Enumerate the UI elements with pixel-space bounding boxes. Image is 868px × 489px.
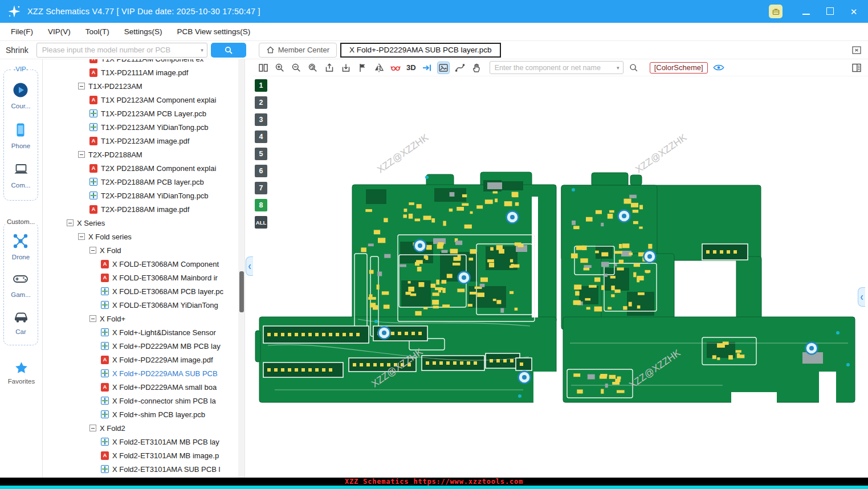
layer-button-3[interactable]: 3 bbox=[255, 113, 267, 126]
chevron-down-icon[interactable]: ▾ bbox=[617, 65, 620, 71]
layer-button-5[interactable]: 5 bbox=[255, 148, 267, 160]
tab-active-pcb[interactable]: X Fold+-PD2229AMA SUB PCB layer.pcb bbox=[340, 43, 501, 58]
tree-item[interactable]: T2X-PD2188AM YiDianTong.pcb bbox=[43, 189, 244, 202]
tree-item-label: T1X-PD2111AM image.pdf bbox=[101, 68, 188, 77]
expander-minus-icon[interactable] bbox=[67, 219, 74, 226]
tree-scrollbar-thumb[interactable] bbox=[239, 271, 244, 312]
expander-minus-icon[interactable] bbox=[78, 233, 85, 240]
flip-horizontal-icon[interactable] bbox=[373, 62, 385, 74]
tree-item[interactable]: AT1X PD2123AM Component explai bbox=[43, 93, 244, 107]
minimize-button[interactable] bbox=[801, 7, 811, 16]
sidebar-item-gam[interactable]: Gam... bbox=[11, 270, 31, 298]
layer-button-2[interactable]: 2 bbox=[255, 96, 267, 109]
menu-item-3[interactable]: Settings(S) bbox=[117, 27, 170, 36]
tree-item[interactable]: T1X-PD2123AM bbox=[43, 79, 244, 93]
tree-item[interactable]: AT2X-PD2188AM image.pdf bbox=[43, 202, 244, 216]
pcb-icon bbox=[89, 178, 97, 186]
tree-item[interactable]: X Fold+-connector shim PCB la bbox=[43, 394, 244, 408]
tree-item[interactable]: X Series bbox=[43, 216, 244, 230]
expander-minus-icon[interactable] bbox=[89, 315, 96, 322]
layer-button-4[interactable]: 4 bbox=[255, 131, 267, 143]
expander-minus-icon[interactable] bbox=[78, 83, 85, 89]
menu-item-4[interactable]: PCB View settings(S) bbox=[170, 27, 258, 36]
pdf-icon: A bbox=[89, 164, 97, 173]
tree-item[interactable]: X Fold2-ET3101AM MB PCB lay bbox=[43, 435, 244, 449]
panel-layout-icon[interactable] bbox=[851, 62, 862, 74]
tree-item[interactable]: X Fold bbox=[43, 243, 244, 257]
sidebar-item-drone[interactable]: Drone bbox=[12, 233, 30, 260]
tree-item[interactable]: AX Fold+-PD2229AM image.pdf bbox=[43, 353, 244, 366]
tree-item[interactable]: X Fold2 bbox=[43, 421, 244, 435]
maximize-button[interactable] bbox=[825, 7, 835, 16]
image-mode-icon[interactable] bbox=[438, 62, 449, 74]
vip-safe-icon[interactable] bbox=[769, 5, 783, 18]
zoom-in-icon[interactable] bbox=[274, 62, 286, 74]
tree-item[interactable]: T2X-PD2188AM bbox=[43, 148, 244, 161]
export-icon[interactable] bbox=[324, 62, 335, 74]
file-tree[interactable]: AT1X PD2111AM Component exAT1X-PD2111AM … bbox=[43, 59, 245, 478]
component-search-icon[interactable] bbox=[629, 63, 639, 73]
tree-item[interactable]: AX FOLD-ET3068AM Component bbox=[43, 257, 244, 271]
zoom-out-icon[interactable] bbox=[291, 62, 302, 74]
tree-item-label: X FOLD-ET3068AM Component bbox=[112, 260, 219, 268]
sidebar-item-favorites[interactable]: Favorites bbox=[0, 360, 43, 385]
tree-item[interactable]: X FOLD-ET3068AM PCB layer.pc bbox=[43, 284, 244, 298]
close-tab-icon[interactable] bbox=[851, 44, 862, 56]
tree-item[interactable]: AT1X-PD2123AM image.pdf bbox=[43, 134, 244, 148]
tree-item[interactable]: AX Fold2-ET3101AM MB image.p bbox=[43, 449, 244, 462]
close-button[interactable]: ✕ bbox=[849, 7, 859, 16]
tree-item[interactable]: X Fold+-Light&Distance Sensor bbox=[43, 325, 244, 339]
expander-minus-icon[interactable] bbox=[78, 151, 85, 158]
import-icon[interactable] bbox=[340, 62, 352, 74]
curve-icon[interactable] bbox=[454, 62, 466, 74]
flag-icon[interactable] bbox=[357, 62, 368, 74]
tree-item[interactable]: AX Fold+-PD2229AMA small boa bbox=[43, 380, 244, 394]
tree-item[interactable]: X Fold+-PD2229AMA SUB PCB bbox=[43, 366, 244, 380]
zoom-fit-icon[interactable] bbox=[307, 62, 319, 74]
tree-item[interactable]: T1X-PD2123AM YiDianTong.pcb bbox=[43, 120, 244, 134]
mode-3d-button[interactable]: 3D bbox=[406, 63, 416, 72]
search-button[interactable] bbox=[211, 43, 246, 58]
tree-item[interactable]: AT1X PD2111AM Component ex bbox=[43, 59, 244, 66]
pcb-canvas[interactable]: XZZ@XZZHKXZZ@XZZHKXZZ@XZZHKXZZ@XZZHK bbox=[253, 76, 868, 478]
sidebar-item-cour[interactable]: Cour... bbox=[11, 82, 31, 109]
tree-item[interactable]: AT1X-PD2111AM image.pdf bbox=[43, 66, 244, 79]
tree-item[interactable]: X Fold series bbox=[43, 230, 244, 243]
tree-scrollbar[interactable] bbox=[238, 59, 244, 478]
layer-button-1[interactable]: 1 bbox=[255, 79, 267, 92]
tree-item[interactable]: T2X-PD2188AM PCB layer.pcb bbox=[43, 175, 244, 189]
sidebar-item-com[interactable]: Com... bbox=[11, 161, 31, 189]
split-view-icon[interactable] bbox=[258, 62, 269, 74]
menu-item-0[interactable]: File(F) bbox=[3, 27, 40, 36]
expand-right-panel-handle[interactable]: ❮ bbox=[858, 287, 865, 307]
chevron-down-icon[interactable]: ▾ bbox=[201, 47, 203, 53]
component-search-input[interactable] bbox=[490, 61, 624, 74]
tree-item[interactable]: X Fold2-ET3101AMA SUB PCB l bbox=[43, 462, 244, 476]
layer-button-all[interactable]: ALL bbox=[255, 216, 267, 229]
sidebar-item-phone[interactable]: Phone bbox=[11, 121, 30, 149]
sidebar-item-car[interactable]: Car bbox=[13, 307, 30, 335]
tree-item[interactable]: X Fold+-PD2229AM MB PCB lay bbox=[43, 339, 244, 353]
expander-minus-icon[interactable] bbox=[89, 425, 96, 431]
pan-hand-icon[interactable] bbox=[471, 62, 482, 74]
arrow-next-icon[interactable] bbox=[421, 62, 433, 74]
expander-minus-icon[interactable] bbox=[89, 247, 96, 254]
colorscheme-button[interactable]: [ColorScheme] bbox=[650, 62, 708, 74]
model-search-input[interactable] bbox=[36, 43, 207, 58]
layer-button-6[interactable]: 6 bbox=[255, 165, 267, 177]
shrink-button[interactable]: Shrink bbox=[6, 46, 28, 55]
tree-item[interactable]: AX FOLD-ET3068AM Mainbord ir bbox=[43, 271, 244, 284]
tree-item[interactable]: X Fold+-shim PCB layer.pcb bbox=[43, 408, 244, 421]
menu-item-1[interactable]: VIP(V) bbox=[40, 27, 78, 36]
tree-item[interactable]: X Fold+ bbox=[43, 312, 244, 325]
layer-button-8[interactable]: 8 bbox=[255, 199, 267, 211]
menu-item-2[interactable]: Tool(T) bbox=[78, 27, 117, 36]
tree-item[interactable]: X FOLD-ET3068AM YiDianTong bbox=[43, 298, 244, 312]
layer-button-7[interactable]: 7 bbox=[255, 182, 267, 194]
tree-item[interactable]: T1X-PD2123AM PCB Layer.pcb bbox=[43, 107, 244, 120]
collapse-tree-handle[interactable]: ❮ bbox=[246, 256, 253, 276]
eye-icon[interactable] bbox=[713, 63, 724, 72]
member-center-button[interactable]: Member Center bbox=[259, 43, 337, 58]
red-glasses-icon[interactable] bbox=[390, 62, 401, 74]
tree-item[interactable]: AT2X PD2188AM Component explai bbox=[43, 161, 244, 175]
